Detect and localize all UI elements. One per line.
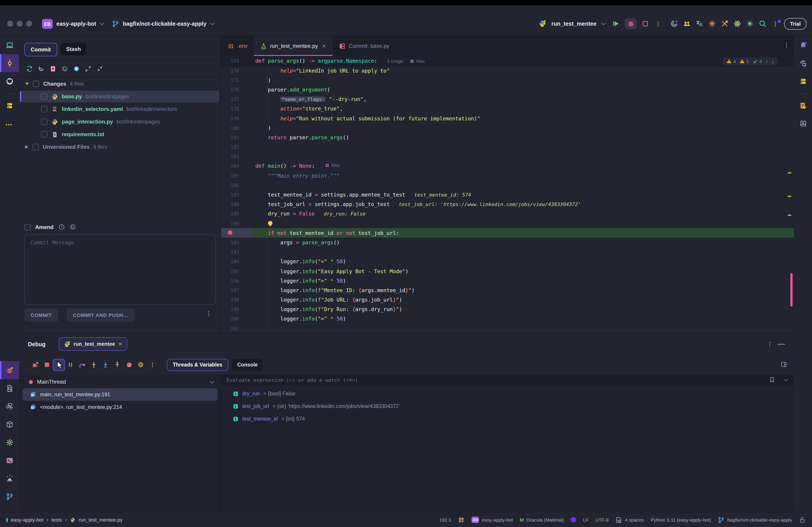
- run-config-name[interactable]: run_test_mentee: [551, 20, 597, 27]
- thread-selector[interactable]: MainThread: [19, 376, 221, 388]
- material-grid-icon[interactable]: [458, 516, 465, 523]
- file-checkbox[interactable]: [41, 119, 47, 125]
- status-purple-dot-icon[interactable]: [571, 517, 576, 523]
- commit-message-input[interactable]: [24, 235, 216, 305]
- record-icon[interactable]: [746, 20, 754, 28]
- force-step-into-button[interactable]: [102, 361, 109, 368]
- chevron-down-icon[interactable]: [601, 21, 606, 25]
- stack-frame-row[interactable]: main, run_test_mentee.py:191: [23, 388, 217, 401]
- bookmark-icon[interactable]: [769, 376, 775, 383]
- code-line[interactable]: 194 logger.info("=" * 50): [221, 257, 794, 267]
- changes-group-row[interactable]: Changes 4 files: [19, 77, 221, 90]
- code-line[interactable]: 176 parser.add_argument(: [221, 85, 794, 94]
- status-project[interactable]: EB easy-apply-bot: [472, 517, 513, 523]
- pause-button[interactable]: [67, 361, 74, 368]
- file-checkbox[interactable]: [41, 131, 47, 137]
- tools-icon[interactable]: [721, 20, 729, 28]
- file-checkbox[interactable]: [41, 106, 47, 112]
- code-line[interactable]: 196 logger.info("=" * 50): [221, 276, 794, 285]
- editor-scrollbar-thumb[interactable]: [791, 273, 793, 306]
- code-line[interactable]: 198 logger.info(f"Job URL: {args.job_url…: [221, 295, 794, 304]
- window-zoom-button[interactable]: [26, 21, 32, 27]
- preview-icon[interactable]: [73, 65, 80, 72]
- next-problem-icon[interactable]: ↓: [772, 59, 774, 64]
- code-line[interactable]: 193: [221, 247, 794, 257]
- file-checkbox[interactable]: [41, 93, 47, 100]
- editor-tab-options-kebab-icon[interactable]: ⋮: [784, 42, 789, 48]
- code-line[interactable]: 187 test_mentee_id = settings.app.mentee…: [221, 190, 794, 199]
- step-into-button[interactable]: [90, 361, 98, 368]
- code-line[interactable]: 190: [221, 219, 794, 228]
- git-branch-blue-icon[interactable]: [0, 487, 19, 506]
- changes-checkbox[interactable]: [33, 81, 39, 87]
- database-icon[interactable]: [0, 96, 19, 115]
- code-line[interactable]: 174 help="LinkedIn job URL to apply to": [221, 66, 794, 75]
- variable-row[interactable]: test_mentee_id= {int} 574: [233, 412, 305, 425]
- terminal-icon[interactable]: [0, 451, 19, 469]
- python-interpreter[interactable]: Python 3.11 (easy-apply-bot): [651, 517, 711, 523]
- debug-session-tab[interactable]: run_test_mentee ✕: [59, 337, 128, 351]
- unversioned-checkbox[interactable]: [32, 144, 39, 150]
- bell-icon[interactable]: [794, 36, 812, 54]
- rerun-debug-button[interactable]: [32, 361, 39, 368]
- gear-icon[interactable]: [0, 433, 19, 451]
- unversioned-group-row[interactable]: Unversioned Files 9 files: [19, 141, 221, 153]
- view-breakpoints-button[interactable]: [126, 361, 133, 368]
- code-line[interactable]: 178 action="store_true",: [221, 104, 794, 114]
- code-line[interactable]: 195 logger.info("Easy Apply Bot - Test M…: [221, 267, 794, 276]
- commit-and-push-button[interactable]: COMMIT AND PUSH…: [67, 308, 134, 322]
- breadcrumb-project[interactable]: easy-apply-bot: [11, 517, 43, 523]
- rollback-icon[interactable]: [38, 65, 45, 72]
- chevron-down-icon[interactable]: [210, 21, 215, 25]
- file-encoding[interactable]: UTF-8: [595, 517, 609, 523]
- step-over-button[interactable]: [78, 361, 86, 368]
- status-theme[interactable]: M Dracula (Material): [520, 517, 564, 523]
- changed-file-row[interactable]: page_interaction.pybot/linkedin/pages: [19, 116, 221, 128]
- inspection-widget[interactable]: 4 1 4 ↑ ↓: [723, 57, 778, 65]
- code-area[interactable]: 174 help="LinkedIn job URL to apply to"1…: [221, 66, 794, 334]
- search-everywhere-icon[interactable]: [759, 20, 767, 28]
- stack-frame-row[interactable]: <module>, run_test_mentee.py:214: [23, 401, 217, 413]
- code-line[interactable]: if not test_mentee_id or not test_job_ur…: [221, 228, 794, 238]
- commit-icon[interactable]: [0, 54, 19, 72]
- code-line[interactable]: 185 """Main entry point.""": [221, 171, 794, 180]
- debug-bug-icon[interactable]: [0, 361, 19, 379]
- tab-stash[interactable]: Stash: [60, 43, 87, 56]
- ai-assistant-icon[interactable]: [670, 20, 678, 28]
- code-line[interactable]: 200 logger.info("=" * 50): [221, 314, 794, 324]
- more-vert-button[interactable]: ⋮: [149, 361, 156, 368]
- plugin-starburst-icon[interactable]: [709, 20, 716, 28]
- tab-commit-base[interactable]: Commit: base.py: [332, 36, 396, 56]
- code-line[interactable]: 184def main() -> None:Max: [221, 161, 794, 171]
- python-gray-icon[interactable]: [0, 397, 19, 415]
- intention-bulb-icon[interactable]: [268, 221, 272, 225]
- line-separator[interactable]: LF: [583, 517, 589, 523]
- evaluate-expression-input[interactable]: Evaluate expression (⏎) or add a watch (…: [221, 375, 794, 386]
- code-line[interactable]: 181 return parser.parse_args(): [221, 133, 794, 142]
- database-icon[interactable]: [794, 72, 812, 90]
- prev-problem-icon[interactable]: ↑: [766, 59, 768, 64]
- code-line[interactable]: 182: [221, 142, 794, 152]
- tab-env[interactable]: .env: [221, 36, 254, 56]
- code-line[interactable]: 192 args = parse_args(): [221, 238, 794, 247]
- changed-file-row[interactable]: requirements.txt: [19, 128, 221, 141]
- code-line[interactable]: 180 ): [221, 123, 794, 133]
- commit-button[interactable]: COMMIT: [24, 308, 58, 322]
- changed-file-row[interactable]: YAMLlinkedin_selectors.yamlbot/linkedin/…: [19, 103, 221, 116]
- code-line[interactable]: 189 dry_run = Falsedry_run: False: [221, 209, 794, 219]
- hide-panel-icon[interactable]: —: [778, 340, 785, 348]
- code-line[interactable]: 179 help="Run without actual submission …: [221, 114, 794, 123]
- commit-ai-icon[interactable]: [69, 224, 76, 230]
- package-icon[interactable]: [0, 415, 19, 433]
- book-icon[interactable]: [794, 115, 812, 133]
- expand-arrow-icon[interactable]: [25, 145, 28, 149]
- checklist-icon[interactable]: [794, 96, 812, 115]
- ai-chat-icon[interactable]: [794, 54, 812, 72]
- close-session-icon[interactable]: ✕: [118, 341, 122, 347]
- breakpoint-icon[interactable]: [228, 230, 232, 235]
- variable-row[interactable]: dry_run= {bool} False: [233, 387, 295, 400]
- run-button[interactable]: [612, 20, 620, 28]
- code-with-me-icon[interactable]: [683, 20, 691, 28]
- debug-button-active[interactable]: [625, 18, 637, 29]
- tab-threads-variables[interactable]: Threads & Variables: [167, 359, 228, 371]
